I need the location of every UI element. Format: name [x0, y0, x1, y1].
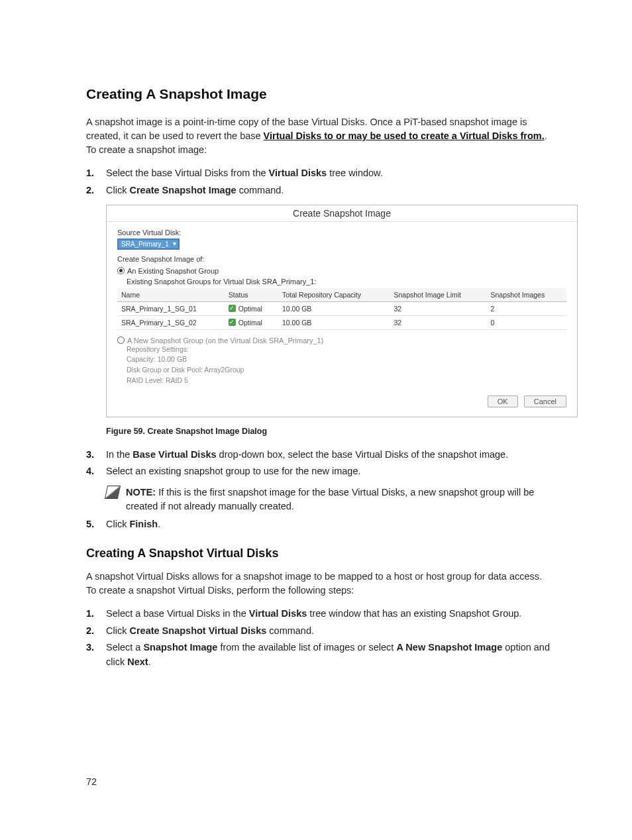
- steps-after-figure: In the Base Virtual Disks drop-down box,…: [86, 448, 553, 480]
- dialog-button-row: OK Cancel: [117, 386, 566, 407]
- col-status[interactable]: Status: [225, 288, 278, 302]
- note-block: NOTE: If this is the first snapshot imag…: [106, 486, 553, 513]
- step-2-post: command.: [237, 185, 284, 195]
- cell-limit: 32: [390, 301, 486, 315]
- radio-existing-label: An Existing Snapshot Group: [127, 267, 219, 275]
- s2s1-bold: Virtual Disks: [249, 608, 307, 619]
- s2s3-pre: Select a: [106, 642, 143, 653]
- existing-groups-caption: Existing Snapshot Groups for Virtual Dis…: [127, 278, 566, 286]
- s2s3-b1: Snapshot Image: [143, 642, 217, 653]
- step-1-bold: Virtual Disks: [269, 168, 327, 178]
- s2s3-mid: from the available list of images or sel…: [217, 642, 396, 653]
- ok-button[interactable]: OK: [488, 395, 518, 407]
- section-heading-create-snapshot-vd: Creating A Snapshot Virtual Disks: [86, 547, 553, 560]
- cell-capacity: 10.00 GB: [278, 315, 390, 329]
- step-5-pre: Click: [106, 519, 129, 529]
- radio-selected-icon: [117, 267, 125, 274]
- step-5-bold: Finish: [129, 519, 158, 529]
- steps-before-figure: Select the base Virtual Disks from the V…: [86, 166, 553, 198]
- section2-steps: Select a base Virtual Disks in the Virtu…: [86, 607, 553, 670]
- repo-diskgroup: Disk Group or Disk Pool: Array2Group: [127, 365, 566, 376]
- source-vd-label: Source Virtual Disk:: [117, 229, 566, 236]
- cell-status: ✓ Optimal: [225, 301, 278, 315]
- s2s2-bold: Create Snapshot Virtual Disks: [129, 625, 266, 636]
- source-vd-select[interactable]: SRA_Primary_1: [117, 238, 180, 250]
- dialog-window: Create Snapshot Image Source Virtual Dis…: [106, 205, 578, 417]
- step-2-bold: Create Snapshot Image: [129, 185, 236, 195]
- step-3-bold: Base Virtual Disks: [132, 449, 216, 460]
- step-1-post: tree window.: [327, 168, 383, 178]
- repo-capacity: Capacity: 10.00 GB: [127, 354, 566, 365]
- radio-new-group[interactable]: A New Snapshot Group (on the Virtual Dis…: [117, 337, 566, 344]
- s2s1-post: tree window that has an existing Snapsho…: [307, 608, 521, 619]
- step-3-post: drop-down box, select the base Virtual D…: [217, 449, 509, 460]
- section2-intro: A snapshot Virtual Disks allows for a sn…: [86, 570, 553, 598]
- s2s2-pre: Click: [106, 625, 129, 636]
- intro-paragraph: A snapshot image is a point-in-time copy…: [86, 115, 553, 157]
- step-4: Select an existing snapshot group to use…: [86, 464, 553, 479]
- cancel-button[interactable]: Cancel: [524, 395, 566, 407]
- step-5-post: .: [158, 519, 160, 529]
- repo-raid: RAID Level: RAID 5: [127, 376, 566, 386]
- col-name[interactable]: Name: [117, 288, 225, 302]
- col-limit[interactable]: Snapshot Image Limit: [390, 288, 486, 302]
- cell-limit: 32: [390, 315, 486, 329]
- dialog-title: Create Snapshot Image: [107, 205, 577, 222]
- step-5: Click Finish.: [86, 517, 553, 532]
- col-images[interactable]: Snapshot Images: [486, 288, 566, 302]
- step-1: Select the base Virtual Disks from the V…: [86, 166, 553, 181]
- check-icon: ✓: [229, 305, 236, 312]
- table-row[interactable]: SRA_Primary_1_SG_01 ✓ Optimal 10.00 GB 3…: [117, 301, 566, 315]
- radio-unselected-icon: [117, 337, 125, 344]
- section-heading-create-snapshot-image: Creating A Snapshot Image: [86, 86, 553, 102]
- table-row[interactable]: SRA_Primary_1_SG_02 ✓ Optimal 10.00 GB 3…: [117, 315, 566, 329]
- status-text: Optimal: [238, 319, 262, 327]
- s2s2-post: command.: [266, 625, 314, 636]
- s2s3-b3: Next: [127, 656, 148, 667]
- note-body: If this is the first snapshot image for …: [126, 487, 534, 511]
- step-3-pre: In the: [106, 449, 132, 460]
- s2-step-1: Select a base Virtual Disks in the Virtu…: [86, 607, 553, 621]
- radio-existing-group[interactable]: An Existing Snapshot Group: [117, 267, 566, 275]
- note-text: NOTE: If this is the first snapshot imag…: [126, 486, 553, 513]
- page-number: 72: [86, 776, 97, 787]
- step-1-pre: Select the base Virtual Disks from the: [106, 168, 269, 178]
- cell-images: 2: [486, 301, 566, 315]
- repository-settings: Repository Settings: Capacity: 10.00 GB …: [127, 344, 566, 386]
- dialog-body: Source Virtual Disk: SRA_Primary_1 Creat…: [107, 222, 577, 417]
- s2s3-b2: A New Snapshot Image: [396, 642, 502, 653]
- repo-title: Repository Settings:: [127, 344, 566, 355]
- s2s1-pre: Select a base Virtual Disks in the: [106, 608, 249, 619]
- note-icon: [105, 486, 121, 499]
- s2s3-post2: .: [148, 656, 151, 667]
- cell-status: ✓ Optimal: [225, 315, 278, 329]
- figure-caption: Figure 59. Create Snapshot Image Dialog: [106, 427, 553, 436]
- cell-images: 0: [486, 315, 566, 329]
- col-capacity[interactable]: Total Repository Capacity: [278, 288, 390, 302]
- document-page: Creating A Snapshot Image A snapshot ima…: [0, 0, 632, 840]
- note-label: NOTE:: [126, 487, 156, 498]
- step-3: In the Base Virtual Disks drop-down box,…: [86, 448, 553, 462]
- cell-name: SRA_Primary_1_SG_01: [117, 301, 225, 315]
- table-header-row: Name Status Total Repository Capacity Sn…: [117, 288, 566, 302]
- intro-link[interactable]: Virtual Disks to or may be used to creat…: [264, 131, 545, 141]
- step-2: Click Create Snapshot Image command.: [86, 184, 553, 198]
- step-2-pre: Click: [106, 185, 129, 195]
- cell-name: SRA_Primary_1_SG_02: [117, 315, 225, 329]
- figure-create-snapshot-dialog: Create Snapshot Image Source Virtual Dis…: [106, 205, 553, 417]
- create-of-label: Create Snapshot Image of:: [117, 255, 566, 263]
- s2-step-2: Click Create Snapshot Virtual Disks comm…: [86, 624, 553, 639]
- snapshot-groups-table: Name Status Total Repository Capacity Sn…: [117, 288, 566, 330]
- cell-capacity: 10.00 GB: [278, 301, 390, 315]
- check-icon: ✓: [229, 319, 236, 326]
- steps-final: Click Finish.: [86, 517, 553, 532]
- radio-new-label: A New Snapshot Group (on the Virtual Dis…: [127, 337, 323, 344]
- status-text: Optimal: [238, 305, 262, 313]
- s2-step-3: Select a Snapshot Image from the availab…: [86, 641, 553, 670]
